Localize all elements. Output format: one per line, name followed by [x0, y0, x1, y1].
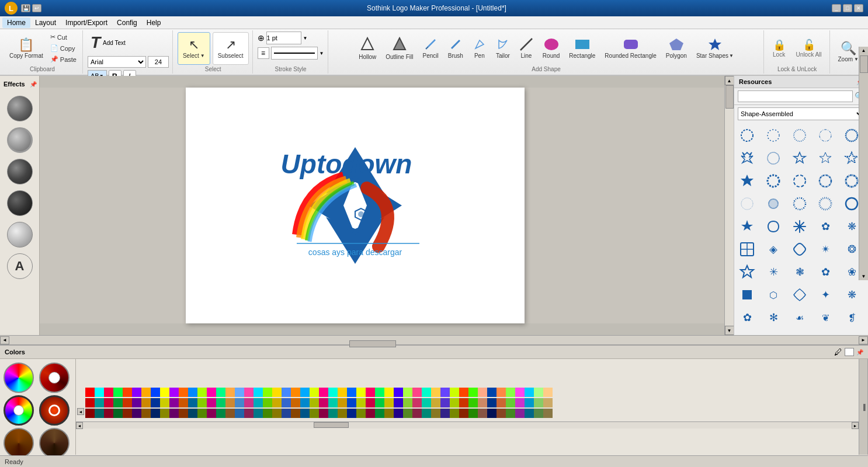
- resources-scrollbar[interactable]: ▲ ▼: [859, 76, 868, 280]
- shape-item[interactable]: ☙: [789, 307, 810, 328]
- color-swatch[interactable]: [263, 398, 272, 407]
- shape-item[interactable]: [737, 125, 758, 146]
- horizontal-scrollbar[interactable]: ◄ ►: [0, 335, 868, 344]
- outline-fill-button[interactable]: Outline Fill: [382, 32, 416, 65]
- subselect-button[interactable]: ↗ Subselect: [213, 32, 249, 65]
- color-swatch[interactable]: [141, 409, 151, 418]
- menu-help[interactable]: Help: [142, 18, 166, 28]
- shape-item[interactable]: ✦: [815, 284, 836, 305]
- shape-item[interactable]: [737, 148, 758, 169]
- color-wheel-1[interactable]: [4, 363, 34, 393]
- h-scroll-thumb[interactable]: [349, 340, 396, 347]
- color-swatch[interactable]: [235, 409, 244, 418]
- color-swatch[interactable]: [244, 409, 254, 418]
- color-swatch[interactable]: [207, 398, 216, 407]
- shape-item[interactable]: ❦: [815, 307, 836, 328]
- color-swatch[interactable]: [356, 398, 366, 407]
- resources-scroll-down[interactable]: ▼: [860, 273, 867, 280]
- shape-item[interactable]: [815, 148, 836, 169]
- color-swatch[interactable]: [440, 388, 450, 397]
- color-swatch[interactable]: [207, 388, 216, 397]
- shape-item[interactable]: [763, 148, 784, 169]
- color-swatch[interactable]: [356, 388, 366, 397]
- color-swatch[interactable]: [394, 388, 403, 397]
- palette-hscroll-track[interactable]: [83, 422, 852, 428]
- color-swatch[interactable]: [179, 388, 188, 397]
- color-swatch[interactable]: [506, 388, 515, 397]
- color-swatch[interactable]: [160, 409, 169, 418]
- color-swatch[interactable]: [132, 409, 141, 418]
- color-swatch[interactable]: [244, 388, 254, 397]
- shape-category-dropdown[interactable]: Shape-Assembled: [738, 107, 864, 120]
- shape-item[interactable]: ❋: [841, 284, 862, 305]
- color-swatch[interactable]: [328, 409, 338, 418]
- stroke-size-input[interactable]: [266, 32, 301, 44]
- color-wheel-3[interactable]: [4, 395, 34, 426]
- color-swatch[interactable]: [300, 388, 310, 397]
- color-swatch[interactable]: [319, 409, 328, 418]
- color-swatch[interactable]: [151, 388, 160, 397]
- color-swatch[interactable]: [515, 388, 525, 397]
- round-button[interactable]: Round: [539, 32, 563, 65]
- color-swatch[interactable]: [85, 388, 95, 397]
- font-selector[interactable]: Arial: [88, 56, 146, 68]
- color-swatch[interactable]: [431, 398, 440, 407]
- color-swatch[interactable]: [384, 388, 394, 397]
- tailor-button[interactable]: Tailor: [492, 32, 513, 65]
- color-swatch[interactable]: [497, 409, 506, 418]
- color-swatch[interactable]: [225, 409, 235, 418]
- color-swatch[interactable]: [123, 409, 132, 418]
- shape-item[interactable]: [815, 193, 836, 214]
- color-swatch[interactable]: [422, 398, 431, 407]
- shape-item[interactable]: [789, 125, 810, 146]
- color-swatch[interactable]: [310, 388, 319, 397]
- color-swatch[interactable]: [85, 398, 95, 407]
- color-swatch[interactable]: [403, 398, 412, 407]
- shape-item[interactable]: ✾: [763, 330, 784, 335]
- color-swatch[interactable]: [263, 388, 272, 397]
- color-swatch[interactable]: [450, 409, 459, 418]
- shape-item[interactable]: ✤: [815, 330, 836, 335]
- color-swatch[interactable]: [366, 409, 375, 418]
- color-swatch[interactable]: [123, 398, 132, 407]
- scroll-down-button[interactable]: ▼: [725, 326, 734, 335]
- color-swatch[interactable]: [254, 409, 263, 418]
- color-swatch[interactable]: [263, 409, 272, 418]
- color-swatch[interactable]: [85, 409, 95, 418]
- canvas-scroll-area[interactable]: Uptodown cosas ays para descargar: [40, 76, 724, 335]
- color-swatch[interactable]: [235, 388, 244, 397]
- shape-item[interactable]: [737, 284, 758, 305]
- color-swatch[interactable]: [169, 388, 179, 397]
- color-swatch[interactable]: [366, 388, 375, 397]
- color-swatch[interactable]: [478, 398, 487, 407]
- pen-button[interactable]: Pen: [469, 32, 490, 65]
- zoom-button[interactable]: 🔍 Zoom ▼: [835, 35, 862, 68]
- color-swatch[interactable]: [225, 388, 235, 397]
- shape-item[interactable]: [815, 125, 836, 146]
- color-swatch[interactable]: [291, 398, 300, 407]
- color-swatch[interactable]: [123, 388, 132, 397]
- color-swatch[interactable]: [450, 398, 459, 407]
- minimize-button[interactable]: _: [832, 4, 841, 12]
- color-swatch[interactable]: [506, 409, 515, 418]
- color-swatch[interactable]: [384, 398, 394, 407]
- shape-item[interactable]: [789, 193, 810, 214]
- color-swatch[interactable]: [197, 409, 207, 418]
- color-swatch[interactable]: [179, 398, 188, 407]
- color-swatch[interactable]: [197, 398, 207, 407]
- color-swatch[interactable]: [468, 398, 478, 407]
- title-bar-buttons[interactable]: 💾 ↩: [21, 4, 41, 12]
- undo-button[interactable]: ↩: [32, 4, 41, 12]
- color-swatch[interactable]: [254, 388, 263, 397]
- color-swatch[interactable]: [272, 388, 282, 397]
- shape-item[interactable]: [763, 170, 784, 191]
- shape-item[interactable]: [737, 262, 758, 283]
- color-swatch[interactable]: [384, 409, 394, 418]
- color-swatch[interactable]: [534, 388, 543, 397]
- shape-item[interactable]: ❃: [789, 262, 810, 283]
- color-swatch[interactable]: [282, 398, 291, 407]
- scroll-right-button[interactable]: ►: [859, 336, 868, 344]
- maximize-button[interactable]: □: [843, 4, 852, 12]
- shape-item[interactable]: ✼: [737, 330, 758, 335]
- window-controls[interactable]: _ □ ✕: [832, 4, 863, 12]
